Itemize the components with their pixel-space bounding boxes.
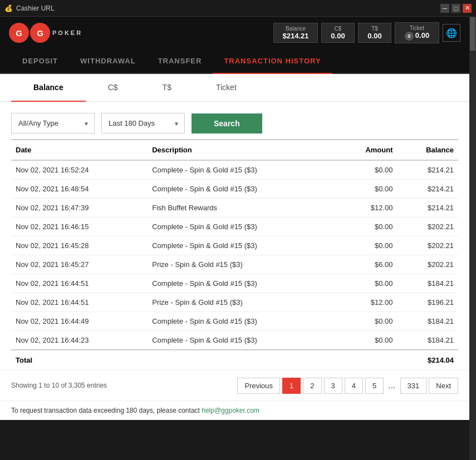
page-3-button[interactable]: 3 xyxy=(324,378,342,394)
cell-description: Fish Buffet Rewards xyxy=(148,199,337,217)
close-button[interactable]: ✕ xyxy=(463,4,472,13)
balance-value: $214.21 xyxy=(283,32,309,40)
table-row: Nov 02, 2021 16:44:51 Complete - Spin & … xyxy=(11,274,458,293)
ticket-badge: 0 xyxy=(405,32,414,41)
page-ellipsis: ... xyxy=(386,377,398,394)
cell-amount: $0.00 xyxy=(337,236,397,255)
tab-cs[interactable]: C$ xyxy=(86,74,140,102)
col-amount: Amount xyxy=(337,140,397,160)
cell-date: Nov 02, 2021 16:48:54 xyxy=(11,180,148,199)
page-331-button[interactable]: 331 xyxy=(400,378,427,394)
period-filter[interactable]: Last 180 Days Last 30 Days Last 7 Days T… xyxy=(101,113,185,133)
ts-display: T$ 0.00 xyxy=(358,23,391,43)
footer-note-text: To request transaction data exceeding 18… xyxy=(11,407,202,414)
cell-balance: $196.21 xyxy=(397,293,458,312)
table-row: Nov 02, 2021 16:45:27 Prize - Spin & Gol… xyxy=(11,255,458,274)
col-balance: Balance xyxy=(397,140,458,160)
balance-label: Balance xyxy=(286,26,306,32)
nav-withdrawal[interactable]: WITHDRAWAL xyxy=(69,49,147,73)
ticket-value: 00.00 xyxy=(405,31,429,41)
window-title: Cashier URL xyxy=(16,4,55,12)
cell-amount: $0.00 xyxy=(337,312,397,331)
type-filter[interactable]: All/Any Type Deposit Withdrawal Transfer… xyxy=(11,113,95,133)
cell-description: Complete - Spin & Gold #15 ($3) xyxy=(148,236,337,255)
nav-transaction-history[interactable]: TRANSACTION HISTORY xyxy=(213,49,332,74)
window-wrapper: 💰 Cashier URL ─ □ ✕ G G POKER xyxy=(0,0,476,460)
tabs: Balance C$ T$ Ticket xyxy=(0,74,469,102)
cell-balance: $214.21 xyxy=(397,199,458,217)
nav-deposit[interactable]: DEPOSIT xyxy=(11,49,69,73)
cell-description: Prize - Spin & Gold #15 ($3) xyxy=(148,293,337,312)
page-5-button[interactable]: 5 xyxy=(365,378,384,394)
logo-poker: POKER xyxy=(52,29,82,36)
title-bar-left: 💰 Cashier URL xyxy=(4,4,55,12)
total-amount-empty xyxy=(337,350,397,370)
tab-balance[interactable]: Balance xyxy=(11,74,86,102)
cell-date: Nov 02, 2021 16:46:15 xyxy=(11,217,148,236)
balance-display: Balance $214.21 xyxy=(273,23,318,43)
table-row: Nov 02, 2021 16:47:39 Fish Buffet Reward… xyxy=(11,199,458,217)
type-filter-wrap: All/Any Type Deposit Withdrawal Transfer… xyxy=(11,113,95,133)
table-row: Nov 02, 2021 16:44:23 Complete - Spin & … xyxy=(11,331,458,350)
prev-button[interactable]: Previous xyxy=(237,378,280,394)
cell-amount: $0.00 xyxy=(337,331,397,350)
cell-balance: $214.21 xyxy=(397,160,458,180)
nav: DEPOSIT WITHDRAWAL TRANSFER TRANSACTION … xyxy=(0,49,469,74)
total-label: Total xyxy=(11,350,148,370)
cell-description: Complete - Spin & Gold #15 ($3) xyxy=(148,217,337,236)
cs-value: 0.00 xyxy=(331,32,345,40)
cell-amount: $0.00 xyxy=(337,274,397,293)
col-description: Description xyxy=(148,140,337,160)
footer-note: To request transaction data exceeding 18… xyxy=(0,400,469,420)
minimize-button[interactable]: ─ xyxy=(440,4,449,13)
scrollbar[interactable] xyxy=(469,17,476,460)
table-row: Nov 02, 2021 16:48:54 Complete - Spin & … xyxy=(11,180,458,199)
cell-date: Nov 02, 2021 16:52:24 xyxy=(11,160,148,180)
cell-date: Nov 02, 2021 16:45:27 xyxy=(11,255,148,274)
next-button[interactable]: Next xyxy=(429,378,458,394)
cell-description: Complete - Spin & Gold #15 ($3) xyxy=(148,312,337,331)
cell-amount: $0.00 xyxy=(337,160,397,180)
cell-description: Complete - Spin & Gold #15 ($3) xyxy=(148,274,337,293)
scrollbar-thumb[interactable] xyxy=(470,17,475,51)
col-date: Date xyxy=(11,140,148,160)
cell-date: Nov 02, 2021 16:44:51 xyxy=(11,274,148,293)
cell-balance: $202.21 xyxy=(397,236,458,255)
ts-value: 0.00 xyxy=(367,32,381,40)
ticket-display: Ticket 00.00 xyxy=(395,22,439,43)
cell-date: Nov 02, 2021 16:44:49 xyxy=(11,312,148,331)
filters: All/Any Type Deposit Withdrawal Transfer… xyxy=(0,102,469,139)
globe-button[interactable]: 🌐 xyxy=(443,24,460,42)
maximize-button[interactable]: □ xyxy=(452,4,460,13)
cell-balance: $184.21 xyxy=(397,312,458,331)
cell-date: Nov 02, 2021 16:47:39 xyxy=(11,199,148,217)
tab-ts[interactable]: T$ xyxy=(140,74,194,102)
search-button[interactable]: Search xyxy=(192,113,262,133)
cell-date: Nov 02, 2021 16:45:28 xyxy=(11,236,148,255)
cell-balance: $202.21 xyxy=(397,217,458,236)
table-row: Nov 02, 2021 16:46:15 Complete - Spin & … xyxy=(11,217,458,236)
cell-description: Complete - Spin & Gold #15 ($3) xyxy=(148,160,337,180)
tab-ticket[interactable]: Ticket xyxy=(194,74,259,102)
header-right: Balance $214.21 C$ 0.00 T$ 0.00 Ticket 0… xyxy=(273,22,460,43)
pagination-info: Showing 1 to 10 of 3,305 entries xyxy=(11,382,107,389)
logo-g2: G xyxy=(30,23,50,43)
pagination-controls: Previous 1 2 3 4 5 ... 331 Next xyxy=(237,377,458,394)
cell-balance: $214.21 xyxy=(397,180,458,199)
cell-amount: $0.00 xyxy=(337,217,397,236)
ticket-label: Ticket xyxy=(410,25,424,31)
page-2-button[interactable]: 2 xyxy=(303,378,321,394)
cell-date: Nov 02, 2021 16:44:23 xyxy=(11,331,148,350)
nav-transfer[interactable]: TRANSFER xyxy=(147,49,213,73)
footer-note-link[interactable]: help@ggpoker.com xyxy=(202,407,259,414)
logo-g1: G xyxy=(9,23,29,43)
page-1-button[interactable]: 1 xyxy=(282,378,301,394)
page-4-button[interactable]: 4 xyxy=(345,378,363,394)
table-row: Nov 02, 2021 16:44:49 Complete - Spin & … xyxy=(11,312,458,331)
pagination-bar: Showing 1 to 10 of 3,305 entries Previou… xyxy=(0,370,469,400)
header: G G POKER Balance $214.21 C$ 0.00 T$ 0.0 xyxy=(0,17,469,49)
cell-amount: $12.00 xyxy=(337,293,397,312)
total-empty xyxy=(148,350,337,370)
ts-label: T$ xyxy=(371,26,378,32)
title-bar: 💰 Cashier URL ─ □ ✕ xyxy=(0,0,476,17)
